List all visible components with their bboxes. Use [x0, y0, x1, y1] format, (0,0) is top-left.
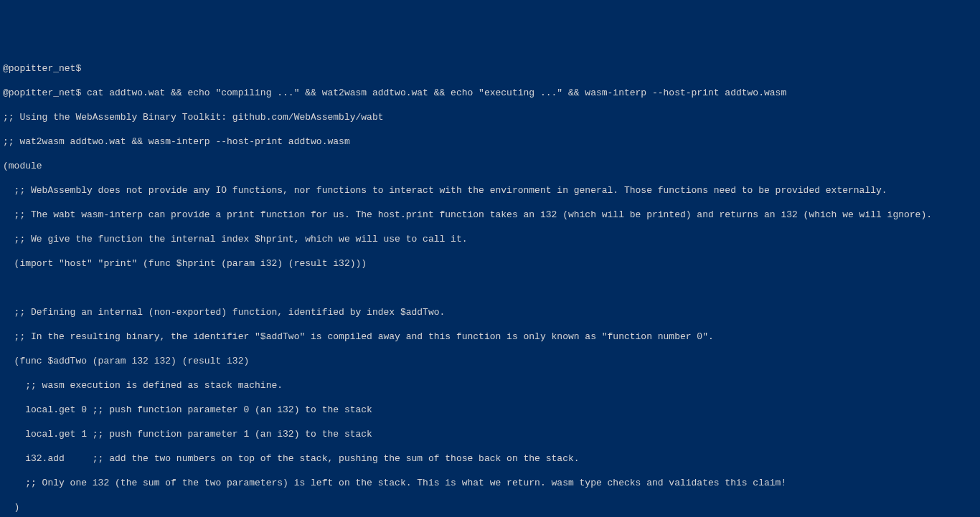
terminal-line: (import "host" "print" (func $hprint (pa… — [3, 257, 977, 270]
terminal-line: ;; Only one i32 (the sum of the two para… — [3, 477, 977, 489]
terminal-line: ;; Using the WebAssembly Binary Toolkit:… — [3, 111, 977, 123]
terminal-line: ;; wat2wasm addtwo.wat && wasm-interp --… — [3, 136, 977, 148]
terminal-line: ;; wasm execution is defined as stack ma… — [3, 379, 977, 392]
terminal-line: ;; We give the function the internal ind… — [3, 233, 977, 245]
terminal-line: ;; Defining an internal (non-exported) f… — [3, 306, 977, 318]
terminal-line: @popitter_net$ — [3, 62, 977, 75]
terminal-output[interactable]: @popitter_net$ @popitter_net$ cat addtwo… — [0, 49, 980, 517]
terminal-line: ;; WebAssembly does not provide any IO f… — [3, 184, 977, 196]
terminal-line: i32.add ;; add the two numbers on top of… — [3, 452, 977, 465]
terminal-line: ;; The wabt wasm-interp can provide a pr… — [3, 209, 977, 221]
terminal-line: (func $addTwo (param i32 i32) (result i3… — [3, 355, 977, 367]
terminal-line: @popitter_net$ cat addtwo.wat && echo "c… — [3, 87, 977, 99]
terminal-line: local.get 1 ;; push function parameter 1… — [3, 428, 977, 440]
terminal-line: local.get 0 ;; push function parameter 0… — [3, 404, 977, 416]
terminal-line: ) — [3, 501, 977, 513]
terminal-line: (module — [3, 160, 977, 172]
terminal-line: ;; In the resulting binary, the identifi… — [3, 331, 977, 343]
terminal-line — [3, 282, 977, 294]
